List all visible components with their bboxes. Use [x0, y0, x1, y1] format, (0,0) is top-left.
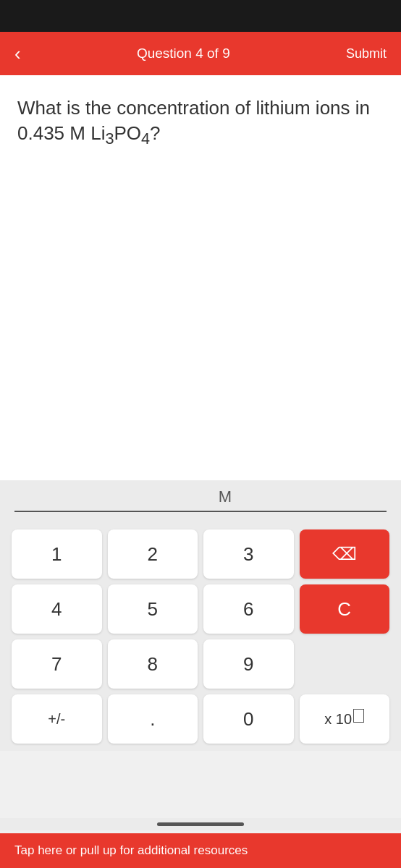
- key-8[interactable]: 8: [108, 639, 198, 689]
- bottom-bar[interactable]: Tap here or pull up for additional resou…: [0, 833, 401, 868]
- key-2[interactable]: 2: [108, 529, 198, 579]
- key-sign[interactable]: +/-: [12, 694, 102, 744]
- key-clear[interactable]: C: [300, 584, 390, 634]
- key-x10[interactable]: x 10: [300, 694, 390, 744]
- answer-unit: M: [219, 488, 232, 506]
- back-button[interactable]: ‹: [14, 43, 21, 65]
- status-bar: [0, 0, 401, 32]
- bottom-bar-text: Tap here or pull up for additional resou…: [14, 843, 248, 857]
- key-decimal[interactable]: .: [108, 694, 198, 744]
- x10-exponent-box: [353, 709, 364, 723]
- question-area: What is the concentration of lithium ion…: [0, 75, 401, 480]
- answer-input-line: M: [14, 480, 387, 512]
- home-bar: [157, 822, 244, 826]
- question-text: What is the concentration of lithium ion…: [17, 95, 384, 150]
- backspace-icon: ⌫: [332, 544, 357, 564]
- key-empty: [300, 639, 390, 689]
- key-backspace[interactable]: ⌫: [300, 529, 390, 579]
- key-1[interactable]: 1: [12, 529, 102, 579]
- key-5[interactable]: 5: [108, 584, 198, 634]
- key-4[interactable]: 4: [12, 584, 102, 634]
- x10-label: x 10: [324, 709, 364, 730]
- submit-button[interactable]: Submit: [346, 46, 387, 61]
- key-7[interactable]: 7: [12, 639, 102, 689]
- header-title: Question 4 of 9: [21, 46, 346, 61]
- key-0[interactable]: 0: [203, 694, 294, 744]
- key-6[interactable]: 6: [203, 584, 294, 634]
- answer-display-area: M: [0, 480, 401, 524]
- header: ‹ Question 4 of 9 Submit: [0, 32, 401, 75]
- keypad: 1 2 3 ⌫ 4 5 6 C 7 8 9 +/- . 0 x 10: [0, 524, 401, 751]
- home-indicator: [0, 818, 401, 830]
- key-9[interactable]: 9: [203, 639, 294, 689]
- key-3[interactable]: 3: [203, 529, 294, 579]
